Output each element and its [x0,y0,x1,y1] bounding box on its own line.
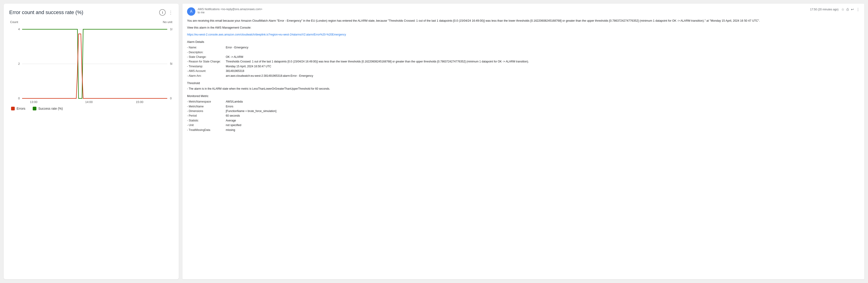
legend-success-rate: Success rate (%) [33,107,63,111]
metric-detail-label: - Unit [187,123,224,127]
metric-detail-row: - MetricNameErrors [187,104,860,109]
threshold-detail-row: - The alarm is in the ALARM state when t… [187,87,860,91]
alarm-detail-label: - Reason for State Change: [187,59,224,64]
metric-detail-label: - Period [187,114,224,118]
errors-legend-color [11,107,15,111]
sender-name: AWS Notifications [198,8,220,11]
email-body-intro: You are receiving this email because you… [187,19,860,23]
alarm-detail-label: - Name: [187,45,224,50]
y-axis-right-label: No unit [163,20,172,24]
chart-panel: Error count and success rate (%) ℹ ⋮ Cou… [4,4,179,279]
email-body: You are receiving this email because you… [187,19,860,132]
email-sender-section: A AWS Notifications <no-reply@sns.amazon… [187,7,262,16]
alarm-detail-value: OK -> ALARM [226,55,243,59]
alarm-detail-row: - Reason for State Change:Thresholds Cro… [187,59,860,64]
metric-detail-label: - MetricName [187,104,224,109]
alarm-details-list: - Name:Error - Emergency- Description:- … [187,45,860,78]
alarm-detail-label: - AWS Account: [187,69,224,73]
svg-text:4: 4 [18,27,20,31]
success-legend-color [33,107,36,111]
alarm-detail-value: Monday 15 April, 2024 16:50:47 UTC [226,64,271,69]
monitored-metric-section: Monitored Metric - MetricNamespaceAWS/La… [187,94,860,132]
print-icon[interactable]: ⎙ [846,7,849,11]
errors-legend-label: Errors [17,107,25,111]
svg-text:50: 50 [170,62,172,65]
metric-detail-row: - MetricNamespaceAWS/Lambda [187,99,860,104]
threshold-details-list: - The alarm is in the ALARM state when t… [187,87,860,91]
metric-detail-row: - TreatMissingDatamissing [187,128,860,132]
metric-detail-label: - Dimensions [187,109,224,114]
email-from: AWS Notifications <no-reply@sns.amazonaw… [198,7,262,11]
success-legend-label: Success rate (%) [38,107,63,111]
svg-text:2: 2 [18,62,20,65]
info-icon[interactable]: ℹ [159,9,166,16]
email-header: A AWS Notifications <no-reply@sns.amazon… [187,7,860,16]
svg-text:0: 0 [170,97,172,100]
metric-detail-label: - Statistic [187,118,224,123]
chart-header: Error count and success rate (%) ℹ ⋮ [9,9,173,16]
alarm-detail-row: - Timestamp:Monday 15 April, 2024 16:50:… [187,64,860,69]
alarm-detail-label: - Alarm Arn: [187,73,224,78]
threshold-title: Threshold [187,81,860,86]
metric-detail-value: AWS/Lambda [226,99,243,104]
email-timestamp: 17:50 (20 minutes ago) [810,8,838,11]
alarm-detail-row: - Name:Error - Emergency [187,45,860,50]
alarm-details-title: Alarm Details [187,40,860,44]
metric-detail-row: - StatisticAverage [187,118,860,123]
svg-text:14:00: 14:00 [85,100,93,103]
chart-title: Error count and success rate (%) [9,9,83,15]
alarm-detail-value: Thresholds Crossed: 1 out of the last 1 … [226,59,529,64]
console-link-text: View this alarm in the AWS Management Co… [187,25,860,30]
chart-header-icons: ℹ ⋮ [159,9,173,16]
metric-detail-value: 60 seconds [226,114,240,118]
alarm-detail-value: 381491965318 [226,69,244,73]
email-action-icons: ☆ ⎙ ↩ ⋮ [841,7,860,11]
threshold-section: Threshold - The alarm is in the ALARM st… [187,81,860,91]
metric-detail-row: - Unitnot specified [187,123,860,127]
console-link: https://eu-west-2.console.aws.amazon.com… [187,32,860,37]
chart-legend: Errors Success rate (%) [9,107,173,111]
email-meta: AWS Notifications <no-reply@sns.amazonaw… [198,7,262,14]
monitored-metric-title: Monitored Metric [187,94,860,98]
sender-email: <no-reply@sns.amazonaws.com> [220,8,262,11]
email-to[interactable]: to me [198,11,262,14]
svg-text:15:00: 15:00 [136,100,144,103]
metric-detail-label: - MetricNamespace [187,99,224,104]
metric-detail-value: not specified [226,123,241,127]
metric-detail-value: Errors [226,104,234,109]
email-header-right: 17:50 (20 minutes ago) ☆ ⎙ ↩ ⋮ [810,7,860,11]
email-panel: A AWS Notifications <no-reply@sns.amazon… [182,4,864,279]
alarm-detail-row: - AWS Account:381491965318 [187,69,860,73]
svg-text:13:00: 13:00 [30,100,37,103]
monitored-metric-list: - MetricNamespaceAWS/Lambda- MetricNameE… [187,99,860,132]
alarm-detail-row: - State Change:OK -> ALARM [187,55,860,59]
alarm-detail-row: - Alarm Arn:arn:aws:cloudwatch:eu-west-2… [187,73,860,78]
alarm-detail-value: Error - Emergency [226,45,248,50]
y-axis-left-label: Count [10,20,18,24]
avatar: A [187,7,195,16]
more-options-icon[interactable]: ⋮ [168,10,173,15]
chart-axis-labels: Count No unit [9,20,173,24]
chart-svg: 4 2 0 100 50 0 13:00 14:00 15:00 [10,25,172,103]
metric-detail-value: missing [226,128,235,132]
alarm-detail-row: - Description: [187,50,860,55]
alarm-detail-label: - State Change: [187,55,224,59]
reply-icon[interactable]: ↩ [851,7,854,11]
metric-detail-value: [FunctionName = brute_force_simulation] [226,109,276,114]
alarm-detail-label: - Description: [187,50,224,55]
metric-detail-row: - Dimensions[FunctionName = brute_force_… [187,109,860,114]
alarm-detail-label: - Timestamp: [187,64,224,69]
star-icon[interactable]: ☆ [841,7,844,11]
console-url-link[interactable]: https://eu-west-2.console.aws.amazon.com… [187,33,346,36]
alarm-details-section: Alarm Details - Name:Error - Emergency- … [187,40,860,78]
more-icon[interactable]: ⋮ [856,7,860,11]
metric-detail-label: - TreatMissingData [187,128,224,132]
metric-detail-value: Average [226,118,236,123]
svg-text:0: 0 [18,97,20,100]
alarm-detail-value: arn:aws:cloudwatch:eu-west-2:38149196531… [226,73,313,78]
threshold-detail-text: - The alarm is in the ALARM state when t… [187,87,330,91]
metric-detail-row: - Period60 seconds [187,114,860,118]
svg-text:100: 100 [170,27,172,31]
legend-errors: Errors [11,107,25,111]
chart-area: 4 2 0 100 50 0 13:00 14:00 15:00 [10,25,172,103]
